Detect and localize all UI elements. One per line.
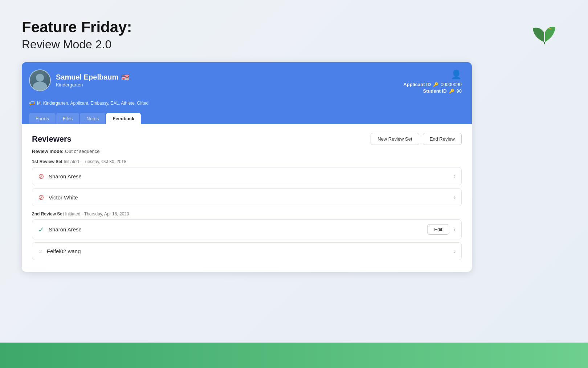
review-set-2-initiated: Initiated - Thursday, Apr 16, 2020 <box>65 211 129 217</box>
student-id-row: Student ID 🔑 90 <box>403 88 462 94</box>
reviewer-name: Victor White <box>49 194 78 201</box>
applicant-id-row: Applicant ID 🔑 00000090 <box>403 82 462 87</box>
header-actions: New Review Set End Review <box>371 133 462 145</box>
reviewer-right: › <box>454 248 456 255</box>
chevron-right-icon: › <box>454 248 456 255</box>
review-mode-value: Out of sequence <box>65 149 99 154</box>
card-body: Reviewers New Review Set End Review Revi… <box>22 124 472 272</box>
review-mode-text: Review mode: Out of sequence <box>32 149 462 154</box>
student-id-label: Student ID <box>423 88 447 94</box>
chevron-right-icon: › <box>454 194 456 201</box>
name-block: Samuel Epelbaum 🇺🇸 Kindergarten <box>56 73 129 88</box>
review-set-1-label: 1st Review Set Initiated - Tuesday, Oct … <box>32 159 462 164</box>
reviewer-right: Edit › <box>427 224 456 235</box>
logo <box>530 18 559 49</box>
status-completed-icon: ✓ <box>38 225 44 234</box>
tags-text: M, Kindergarten, Applicant, Embassy, EAL… <box>37 101 148 106</box>
page-title-sub: Review Mode 2.0 <box>22 38 566 51</box>
reviewer-left: ⊘ Sharon Arese <box>38 172 82 181</box>
review-set-1-initiated: Initiated - Tuesday, Oct 30, 2018 <box>64 159 126 164</box>
reviewer-row[interactable]: ⊘ Victor White › <box>32 188 462 206</box>
avatar <box>29 69 51 91</box>
user-icon: 👤 <box>403 69 462 80</box>
student-key-icon: 🔑 <box>449 89 454 94</box>
tab-forms[interactable]: Forms <box>29 113 56 124</box>
main-card: Samuel Epelbaum 🇺🇸 Kindergarten 👤 Applic… <box>22 62 472 272</box>
tabs-bar: Forms Files Notes Feedback <box>29 113 462 124</box>
reviewer-row[interactable]: ⊘ Sharon Arese › <box>32 167 462 185</box>
student-id-value: 90 <box>457 88 462 94</box>
new-review-set-button[interactable]: New Review Set <box>371 133 419 145</box>
chevron-right-icon: › <box>454 173 456 179</box>
reviewer-row[interactable]: ✓ Sharon Arese Edit › <box>32 219 462 239</box>
reviewer-left: ✓ Sharon Arese <box>38 225 82 234</box>
page-title-block: Feature Friday: Review Mode 2.0 <box>22 18 566 51</box>
tab-notes[interactable]: Notes <box>80 113 105 124</box>
student-grade: Kindergarten <box>56 82 129 88</box>
reviewer-row[interactable]: ○ Feifei02 wang › <box>32 242 462 260</box>
reviewer-name: Feifei02 wang <box>47 248 81 254</box>
chevron-right-icon: › <box>454 226 456 233</box>
review-mode-label: Review mode: <box>32 149 64 154</box>
status-cancelled-icon: ⊘ <box>38 172 44 181</box>
reviewer-name: Sharon Arese <box>49 226 82 232</box>
tab-feedback[interactable]: Feedback <box>106 113 141 124</box>
review-set-2-label: 2nd Review Set Initiated - Thursday, Apr… <box>32 211 462 217</box>
reviewers-title: Reviewers <box>32 134 72 144</box>
applicant-key-icon: 🔑 <box>433 82 438 87</box>
card-header: Samuel Epelbaum 🇺🇸 Kindergarten 👤 Applic… <box>22 62 472 124</box>
reviewer-left: ⊘ Victor White <box>38 193 78 202</box>
status-cancelled-icon: ⊘ <box>38 193 44 202</box>
status-pending-icon: ○ <box>38 247 42 255</box>
student-info: Samuel Epelbaum 🇺🇸 Kindergarten <box>29 69 129 91</box>
reviewer-right: › <box>454 173 456 179</box>
reviewers-header: Reviewers New Review Set End Review <box>32 133 462 145</box>
end-review-button[interactable]: End Review <box>423 133 462 145</box>
applicant-id-label: Applicant ID <box>403 82 431 87</box>
reviewer-right: › <box>454 194 456 201</box>
applicant-id-value: 00000090 <box>441 82 462 87</box>
reviewer-name: Sharon Arese <box>49 173 82 179</box>
flag-icon: 🇺🇸 <box>121 73 129 81</box>
id-block: 👤 Applicant ID 🔑 00000090 Student ID 🔑 9… <box>403 69 462 95</box>
edit-button[interactable]: Edit <box>427 224 449 235</box>
reviewer-left: ○ Feifei02 wang <box>38 247 81 255</box>
page-title-main: Feature Friday: <box>22 18 566 36</box>
footer-bar <box>0 343 588 368</box>
tab-files[interactable]: Files <box>56 113 79 124</box>
tags-row: 🏷 M, Kindergarten, Applicant, Embassy, E… <box>29 100 462 110</box>
tag-icon: 🏷 <box>29 100 35 106</box>
student-name: Samuel Epelbaum 🇺🇸 <box>56 73 129 81</box>
